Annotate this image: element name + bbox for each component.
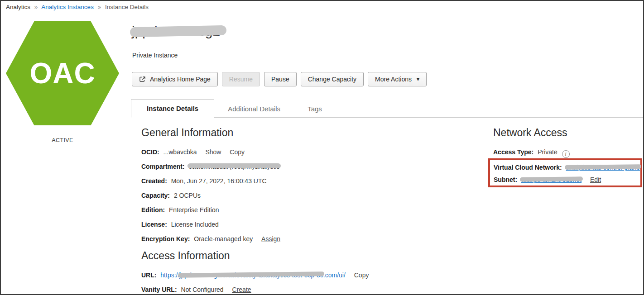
network-access-heading: Network Access xyxy=(493,127,643,139)
license-value: License Included xyxy=(171,221,219,228)
ocid-copy-link[interactable]: Copy xyxy=(230,148,245,156)
instance-type-label: Private Instance xyxy=(132,52,178,59)
field-edition: Edition: Enterprise Edition xyxy=(141,206,490,214)
field-created: Created: Mon, Jun 27, 2022, 16:00:43 UTC xyxy=(141,177,490,185)
redaction-box xyxy=(180,48,240,61)
oac-hexagon-icon: OAC xyxy=(6,21,119,125)
field-ocid: OCID: ...wbavcbka Show Copy xyxy=(141,148,490,156)
vcn-link-redacted[interactable]: analytics-iad-control-plane xyxy=(566,164,640,171)
encryption-key-assign-link[interactable]: Assign xyxy=(261,235,280,243)
analytics-home-page-label: Analytics Home Page xyxy=(150,76,211,83)
subnet-edit-link[interactable]: Edit xyxy=(590,176,601,183)
caret-down-icon: ▾ xyxy=(417,76,419,82)
url-label: URL: xyxy=(141,271,156,279)
field-url: URL: https://jpprivateoacg2.oraclevanity… xyxy=(141,271,490,279)
field-capacity: Capacity: 2 OCPUs xyxy=(141,192,490,199)
license-label: License: xyxy=(141,221,167,228)
field-license: License: License Included xyxy=(141,221,490,228)
info-icon[interactable]: i xyxy=(562,150,570,158)
breadcrumb-analytics: Analytics xyxy=(6,4,30,10)
capacity-label: Capacity: xyxy=(141,192,170,199)
tab-tags[interactable]: Tags xyxy=(294,100,336,118)
field-virtual-cloud-network: Virtual Cloud Network: analytics-iad-con… xyxy=(494,164,640,171)
encryption-key-label: Encryption Key: xyxy=(141,235,190,243)
tab-bar: Instance Details Additional Details Tags xyxy=(131,100,643,118)
resume-label: Resume xyxy=(229,76,253,83)
encryption-key-value: Oracle-managed key xyxy=(194,235,253,243)
breadcrumb-separator: » xyxy=(34,4,38,10)
field-compartment: Compartment: oacismhadust (root)/myanaly… xyxy=(141,163,490,170)
instance-details-panel: General Information OCID: ...wbavcbka Sh… xyxy=(141,127,490,295)
more-actions-button[interactable]: More Actions ▾ xyxy=(368,72,427,86)
breadcrumb-analytics-instances-link[interactable]: Analytics Instances xyxy=(41,4,94,10)
status-badge: ACTIVE xyxy=(6,137,119,143)
breadcrumb: Analytics » Analytics Instances » Instan… xyxy=(6,4,149,10)
window: Analytics » Analytics Instances » Instan… xyxy=(0,0,644,295)
tab-additional-details[interactable]: Additional Details xyxy=(214,100,294,118)
vanity-url-value: Not Configured xyxy=(181,286,223,293)
page-title: jpprivateoacg2 xyxy=(132,24,220,39)
access-type-label: Access Type: xyxy=(493,148,533,156)
url-suffix: .com/ui/ xyxy=(323,271,346,279)
url-prefix: https:// xyxy=(160,271,179,279)
resume-button[interactable]: Resume xyxy=(222,72,260,86)
access-information-heading: Access Information xyxy=(141,250,490,262)
change-capacity-label: Change Capacity xyxy=(308,76,356,83)
compartment-label: Compartment: xyxy=(141,163,185,170)
more-actions-label: More Actions xyxy=(375,76,412,83)
instance-name-redacted: jpprivateoacg2 xyxy=(132,24,220,39)
created-label: Created: xyxy=(141,177,167,185)
compartment-value-redacted: oacismhadust (root)/myanalytics xyxy=(189,163,280,170)
url-redacted-middle: jpprivateoacg2.oraclevanity-ia.analytics… xyxy=(179,271,323,279)
instance-url-link[interactable]: https://jpprivateoacg2.oraclevanity-ia.a… xyxy=(160,271,346,279)
vcn-label: Virtual Cloud Network: xyxy=(494,164,562,171)
ocid-value: ...wbavcbka xyxy=(163,148,197,156)
edition-value: Enterprise Edition xyxy=(169,206,219,214)
capacity-value: 2 OCPUs xyxy=(174,192,201,199)
external-link-icon xyxy=(139,76,146,83)
tab-instance-details[interactable]: Instance Details xyxy=(131,99,214,118)
field-access-type: Access Type: Private i xyxy=(493,148,643,158)
vanity-url-label: Vanity URL: xyxy=(141,286,177,293)
network-highlight-box: Virtual Cloud Network: analytics-iad-con… xyxy=(488,158,642,187)
edition-label: Edition: xyxy=(141,206,165,214)
analytics-home-page-button[interactable]: Analytics Home Page xyxy=(132,72,218,86)
breadcrumb-current-page: Instance Details xyxy=(105,4,149,10)
change-capacity-button[interactable]: Change Capacity xyxy=(301,72,364,86)
vanity-url-create-link[interactable]: Create xyxy=(232,286,251,293)
field-encryption-key: Encryption Key: Oracle-managed key Assig… xyxy=(141,235,490,243)
field-vanity-url: Vanity URL: Not Configured Create xyxy=(141,286,490,293)
ocid-label: OCID: xyxy=(141,148,159,156)
pause-label: Pause xyxy=(271,76,289,83)
breadcrumb-separator: » xyxy=(98,4,101,10)
subnet-link-redacted[interactable]: test-pe-tenant-subnet xyxy=(521,176,582,183)
general-information-heading: General Information xyxy=(141,127,490,139)
url-copy-link[interactable]: Copy xyxy=(354,271,369,279)
access-type-value: Private xyxy=(538,148,557,156)
toolbar: Analytics Home Page Resume Pause Change … xyxy=(132,72,427,86)
created-value: Mon, Jun 27, 2022, 16:00:43 UTC xyxy=(171,177,267,185)
pause-button[interactable]: Pause xyxy=(264,72,297,86)
oac-badge-label: OAC xyxy=(29,57,95,90)
subnet-label: Subnet: xyxy=(494,176,517,183)
instance-badge: OAC ACTIVE xyxy=(6,21,119,143)
field-subnet: Subnet: test-pe-tenant-subnet Edit xyxy=(494,176,640,183)
ocid-show-link[interactable]: Show xyxy=(205,148,221,156)
